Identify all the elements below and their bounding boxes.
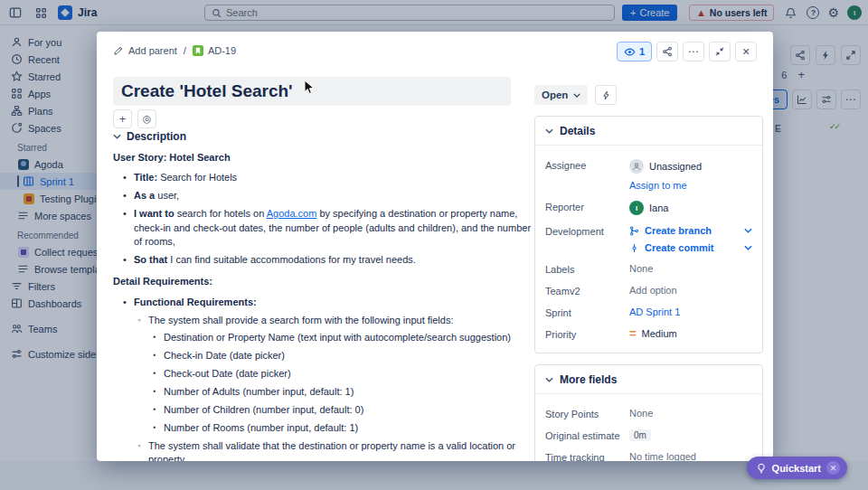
field-sprint: Sprint AD Sprint 1 (545, 306, 752, 318)
labels-value[interactable]: None (629, 263, 752, 274)
description-list-item: ◦The system shall validate that the dest… (113, 439, 532, 461)
bullet-icon: • (122, 253, 127, 267)
breadcrumb: Add parent / AD-19 (113, 45, 236, 56)
more-actions-icon[interactable]: ⋯ (683, 42, 704, 61)
details-panel-header[interactable]: Details (535, 117, 762, 146)
story-type-icon (193, 45, 203, 56)
description-list-item-text: Functional Requirements: (134, 296, 257, 309)
unassigned-avatar-icon (629, 159, 644, 174)
automation-lightning-icon[interactable] (595, 85, 617, 105)
field-labels: Labels None (545, 263, 752, 275)
description-list-item: •As a user, (113, 189, 532, 203)
assign-to-me-link[interactable]: Assign to me (629, 180, 752, 191)
bullet-icon: ▪ (152, 385, 157, 399)
issue-title[interactable]: Create 'Hotel Search' (113, 77, 511, 106)
sprint-link[interactable]: AD Sprint 1 (629, 306, 752, 317)
field-development: Development Create branch (545, 225, 752, 253)
original-estimate-value[interactable]: 0m (629, 429, 651, 441)
reporter-value[interactable]: I Iana (629, 201, 752, 215)
teamv2-value[interactable]: Add option (629, 285, 752, 296)
description-list-item-text: So that I can find suitable accommodatio… (134, 253, 416, 267)
issue-sidebar: Open Details Assignee (534, 85, 763, 461)
description-list-item-text: Number of Rooms (number input, default: … (164, 421, 358, 435)
bullet-icon: ▪ (152, 403, 157, 417)
description-list-item-text: Check-out Date (date picker) (164, 367, 291, 381)
field-reporter: Reporter I Iana (545, 201, 752, 215)
description-list-item-text: The system shall validate that the desti… (148, 439, 532, 461)
description-list-item: ▪Check-in Date (date picker) (113, 349, 532, 363)
field-priority: Priority = Medium (545, 328, 752, 340)
description-list-item: ◦The system shall provide a search form … (113, 314, 532, 327)
description-list-item-text: The system shall provide a search form w… (148, 314, 454, 327)
chevron-down-icon (545, 128, 553, 134)
issue-detail-modal: Add parent / AD-19 1 ⋯ × Create 'Hotel S… (97, 32, 773, 461)
description-list-item: ▪Number of Adults (number input, default… (113, 385, 532, 399)
quickstart-button[interactable]: Quickstart ✕ (747, 457, 847, 479)
details-panel: Details Assignee Unassigned Assign to me (534, 116, 763, 353)
chevron-down-icon[interactable] (744, 228, 752, 233)
description-list-item: •Functional Requirements: (113, 296, 532, 309)
bullet-icon: ▪ (152, 349, 157, 363)
eye-icon (624, 46, 636, 58)
description-list-item-text: As a user, (134, 189, 179, 203)
description-heading: Description (127, 130, 186, 143)
description-list-item: ▪Destination or Property Name (text inpu… (113, 331, 532, 344)
bullet-icon: • (122, 171, 127, 184)
story-points-value[interactable]: None (629, 408, 752, 419)
description-list-item: ▪Number of Children (number input, defau… (113, 403, 532, 417)
agoda-link[interactable]: Agoda.com (267, 208, 317, 219)
time-tracking-value[interactable]: No time logged (629, 451, 752, 461)
share-icon[interactable] (656, 42, 678, 61)
lightbulb-icon (756, 463, 767, 474)
field-time-tracking: Time tracking No time logged (545, 451, 752, 461)
description-paragraph: Detail Requirements: (113, 275, 532, 288)
commit-icon (629, 243, 639, 253)
bullet-icon: • (122, 296, 127, 309)
assignee-value[interactable]: Unassigned (629, 159, 752, 174)
issue-key-link[interactable]: AD-19 (193, 45, 236, 56)
pencil-icon (113, 45, 124, 56)
modal-controls: 1 ⋯ × (617, 42, 757, 61)
breadcrumb-separator: / (184, 45, 186, 56)
create-commit-link[interactable]: Create commit (629, 242, 713, 253)
branch-icon (629, 226, 639, 236)
description-section-header[interactable]: Description (113, 130, 532, 143)
description-list-item-text: I want to search for hotels on Agoda.com… (134, 207, 532, 249)
priority-value[interactable]: = Medium (629, 328, 752, 339)
quickstart-close-icon[interactable]: ✕ (826, 461, 840, 475)
description-list-item-text: Number of Children (number input, defaul… (164, 403, 363, 417)
chevron-down-icon (545, 377, 553, 382)
bullet-icon: ▪ (152, 331, 157, 344)
description-list-item: •Title: Search for Hotels (113, 171, 532, 184)
description-list-item: •I want to search for hotels on Agoda.co… (113, 207, 532, 249)
status-dropdown[interactable]: Open (534, 85, 588, 105)
bullet-icon: ◦ (137, 439, 142, 461)
field-assignee: Assignee Unassigned Assign to me (545, 159, 752, 191)
collapse-modal-icon[interactable] (709, 42, 731, 61)
bullet-icon: • (122, 189, 127, 203)
more-fields-panel-header[interactable]: More fields (535, 365, 762, 394)
description-paragraph: User Story: Hotel Search (113, 151, 532, 165)
create-branch-link[interactable]: Create branch (629, 225, 712, 236)
bullet-icon: ◦ (137, 314, 142, 327)
issue-body: Description User Story: Hotel Search•Tit… (113, 126, 532, 461)
add-parent-button[interactable]: Add parent (113, 45, 177, 56)
bullet-icon: • (122, 207, 127, 249)
field-original-estimate: Original estimate 0m (545, 429, 752, 441)
description-list-item: ▪Check-out Date (date picker) (113, 367, 532, 381)
watch-button[interactable]: 1 (617, 42, 652, 61)
close-icon[interactable]: × (735, 42, 757, 61)
description-list-item-text: Destination or Property Name (text input… (164, 331, 511, 344)
watchers-count: 1 (639, 46, 645, 57)
more-fields-panel: More fields Story Points None Original e… (534, 364, 763, 461)
reporter-avatar: I (629, 201, 644, 215)
description-content[interactable]: User Story: Hotel Search•Title: Search f… (113, 151, 532, 461)
description-list-item-text: Check-in Date (date picker) (164, 349, 285, 363)
description-list-item-text: Title: Search for Hotels (134, 171, 237, 184)
chevron-down-icon[interactable] (744, 245, 752, 250)
field-story-points: Story Points None (545, 408, 752, 419)
chevron-down-icon (573, 93, 580, 98)
bullet-icon: ▪ (152, 367, 157, 381)
chevron-down-icon (113, 134, 121, 139)
field-teamv2: Teamv2 Add option (545, 285, 752, 297)
